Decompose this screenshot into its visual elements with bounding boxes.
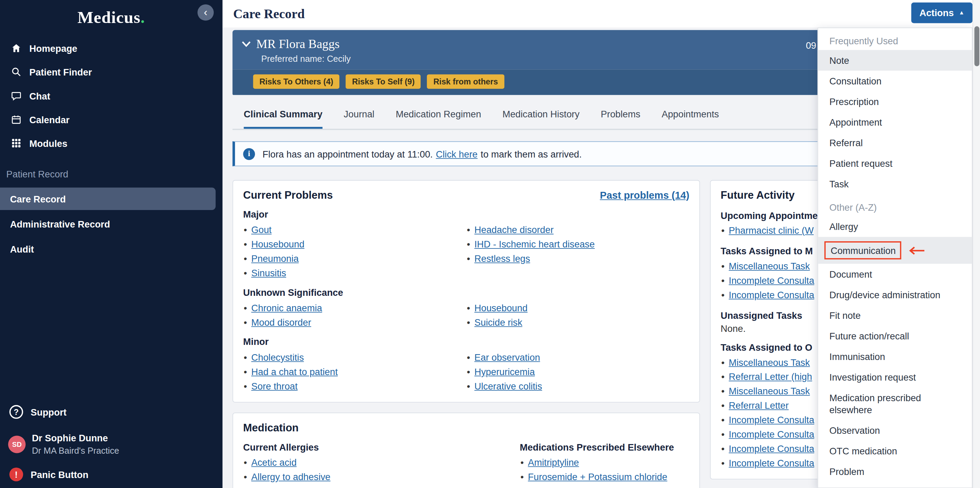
problem-link[interactable]: Ulcerative colitis	[474, 381, 542, 391]
tab-problems[interactable]: Problems	[601, 100, 640, 129]
app-viewport: Medicus. ‹ Homepage Patient Finder Chat	[0, 0, 980, 488]
problem-link[interactable]: Sore throat	[251, 381, 298, 391]
calendar-icon	[9, 114, 23, 125]
menu-item-fit-note[interactable]: Fit note	[818, 305, 972, 326]
task-link[interactable]: Incomplete Consulta	[729, 415, 814, 425]
problem-link[interactable]: Had a chat to patient	[251, 366, 338, 377]
sidebar-bottom: ? Support SD Dr Sophie Dunne Dr MA Baird…	[0, 403, 222, 483]
tab-clinical-summary[interactable]: Clinical Summary	[243, 100, 322, 129]
menu-item-problem[interactable]: Problem	[818, 461, 972, 482]
menu-item-medication-prescribed-elsewhere[interactable]: Medication prescribed elsewhere	[818, 388, 972, 420]
mark-arrived-link[interactable]: Click here	[436, 149, 477, 159]
future-activity-title: Future Activity	[721, 189, 795, 202]
risk-badge-self[interactable]: Risks To Self (9)	[346, 75, 421, 89]
menu-item-patient-request[interactable]: Patient request	[818, 153, 972, 174]
allergy-link[interactable]: Acetic acid	[251, 457, 296, 467]
problem-link[interactable]: Pneumonia	[251, 253, 299, 264]
problems-group-minor: Minor	[243, 336, 690, 347]
task-link[interactable]: Incomplete Consulta	[729, 443, 814, 454]
task-link[interactable]: Miscellaneous Task	[729, 261, 810, 272]
task-link[interactable]: Incomplete Consulta	[729, 429, 814, 439]
problem-link[interactable]: IHD - Ischemic heart disease	[474, 239, 595, 250]
patient-name: MR Flora Baggs	[256, 37, 340, 51]
sidebar-item-calendar[interactable]: Calendar	[0, 107, 222, 131]
risk-badge-from-others[interactable]: Risk from others	[427, 75, 504, 89]
problem-link[interactable]: Headache disorder	[474, 224, 554, 235]
risk-badge-others[interactable]: Risks To Others (4)	[253, 75, 340, 89]
problem-link[interactable]: Cholecystitis	[251, 352, 304, 362]
problem-link[interactable]: Suicide risk	[474, 317, 522, 327]
problem-link[interactable]: Ear observation	[474, 352, 540, 362]
list-item: Acetic acid	[243, 455, 520, 469]
menu-item-task[interactable]: Task	[818, 174, 972, 194]
current-allergies-heading: Current Allergies	[243, 442, 520, 453]
current-problems-card: Current Problems Past problems (14) Majo…	[233, 180, 700, 402]
medication-link[interactable]: Amitriptyline	[528, 457, 579, 467]
scrollbar-track[interactable]	[972, 0, 980, 488]
task-link[interactable]: Referral Letter (high	[729, 371, 812, 382]
sidebar-item-modules[interactable]: Modules	[0, 132, 222, 155]
list-item: Ulcerative colitis	[466, 379, 689, 393]
question-mark-icon: ?	[9, 405, 23, 419]
allergy-link[interactable]: Allergy to adhesive	[251, 471, 331, 482]
list-item: Headache disorder	[466, 223, 689, 237]
sidebar-item-patient-finder[interactable]: Patient Finder	[0, 60, 222, 84]
task-link[interactable]: Incomplete Consulta	[729, 458, 814, 468]
problem-link[interactable]: Chronic anaemia	[251, 303, 322, 313]
menu-item-future-action-recall[interactable]: Future action/recall	[818, 326, 972, 346]
chevron-down-icon[interactable]	[241, 40, 251, 48]
menu-item-observation[interactable]: Observation	[818, 420, 972, 440]
menu-item-allergy[interactable]: Allergy	[818, 216, 972, 237]
task-link[interactable]: Incomplete Consulta	[729, 275, 814, 286]
sidebar-item-homepage[interactable]: Homepage	[0, 37, 222, 60]
menu-item-note[interactable]: Note	[818, 50, 972, 71]
sidebar-item-label: Patient Finder	[30, 67, 92, 77]
sidebar-item-audit[interactable]: Audit	[0, 237, 222, 260]
home-icon	[9, 43, 23, 54]
scrollbar-thumb[interactable]	[975, 26, 980, 67]
sidebar-item-chat[interactable]: Chat	[0, 84, 222, 107]
menu-item-otc-medication[interactable]: OTC medication	[818, 440, 972, 461]
problem-link[interactable]: Housebound	[474, 303, 527, 313]
tab-medication-regimen[interactable]: Medication Regimen	[396, 100, 481, 129]
actions-menu: Frequently Used Note Consultation Prescr…	[817, 27, 972, 488]
sidebar-item-care-record[interactable]: Care Record	[0, 188, 215, 210]
medication-link[interactable]: Furosemide + Potassium chloride	[528, 471, 667, 482]
menu-item-consultation[interactable]: Consultation	[818, 71, 972, 91]
menu-item-appointment[interactable]: Appointment	[818, 112, 972, 132]
past-problems-link[interactable]: Past problems (14)	[600, 190, 689, 202]
menu-item-referral[interactable]: Referral	[818, 132, 972, 153]
user-profile[interactable]: SD Dr Sophie Dunne Dr MA Baird's Practic…	[0, 431, 222, 458]
menu-item-prescription[interactable]: Prescription	[818, 91, 972, 112]
problem-link[interactable]: Sinusitis	[251, 268, 286, 278]
problem-link[interactable]: Gout	[251, 224, 271, 235]
tab-medication-history[interactable]: Medication History	[502, 100, 579, 129]
appointment-link[interactable]: Pharmacist clinic (W	[729, 225, 814, 236]
support-button[interactable]: ? Support	[0, 403, 222, 421]
tab-journal[interactable]: Journal	[344, 100, 375, 129]
menu-item-document[interactable]: Document	[818, 264, 972, 285]
task-link[interactable]: Miscellaneous Task	[729, 357, 810, 367]
list-item: Sore throat	[243, 379, 466, 393]
problems-group-major: Major	[243, 209, 690, 219]
sidebar-item-administrative-record[interactable]: Administrative Record	[0, 212, 222, 235]
problem-link[interactable]: Restless legs	[474, 253, 530, 264]
menu-item-immunisation[interactable]: Immunisation	[818, 346, 972, 367]
problem-link[interactable]: Mood disorder	[251, 317, 311, 327]
actions-button[interactable]: Actions ▲	[912, 2, 972, 23]
caret-up-icon: ▲	[959, 9, 964, 15]
problems-group-unknown: Unknown Significance	[243, 287, 690, 297]
task-link[interactable]: Referral Letter	[729, 400, 789, 411]
problem-link[interactable]: Housebound	[251, 239, 304, 250]
task-link[interactable]: Miscellaneous Task	[729, 386, 810, 396]
tab-appointments[interactable]: Appointments	[662, 100, 719, 129]
task-link[interactable]: Incomplete Consulta	[729, 289, 814, 300]
app-logo: Medicus.	[0, 0, 222, 27]
menu-item-investigation-request[interactable]: Investigation request	[818, 367, 972, 388]
panic-button[interactable]: ! Panic Button	[0, 466, 222, 483]
collapse-chevron-icon: ‹	[204, 6, 207, 17]
problem-link[interactable]: Hyperuricemia	[474, 366, 535, 377]
menu-item-drug-device-administration[interactable]: Drug/device administration	[818, 285, 972, 305]
menu-item-communication[interactable]: Communication	[818, 237, 972, 264]
sidebar-collapse-button[interactable]: ‹	[198, 5, 214, 21]
